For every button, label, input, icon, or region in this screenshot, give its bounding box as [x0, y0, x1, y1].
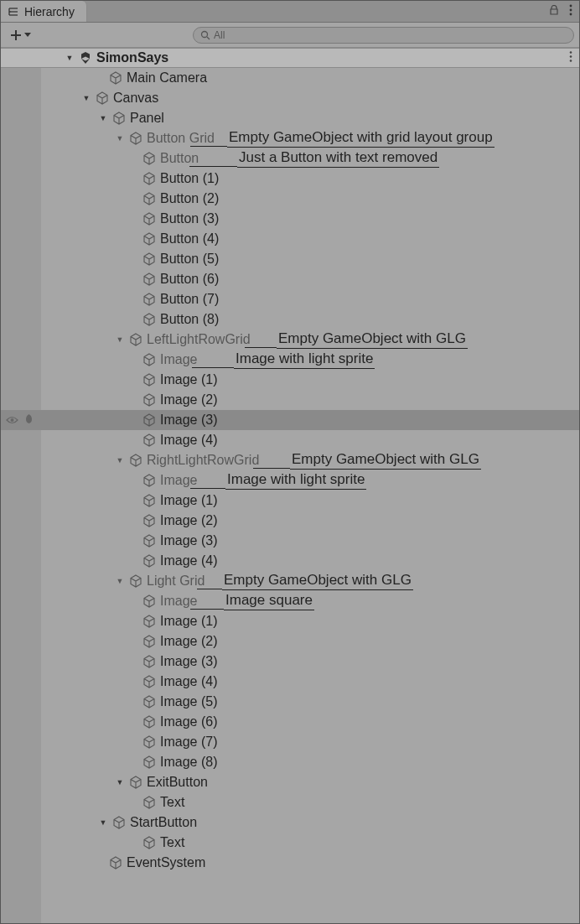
tree-row[interactable]: Image (4) — [1, 430, 579, 450]
gameobject-icon — [128, 574, 143, 588]
tree-item-label: Image (7) — [160, 735, 217, 750]
tree-row[interactable]: ▼Canvas — [1, 88, 579, 108]
tree-row[interactable]: Button (4) — [1, 229, 579, 249]
tree-row[interactable]: Image (6) — [1, 712, 579, 732]
foldout-icon[interactable]: ▼ — [98, 114, 108, 122]
gameobject-icon — [142, 232, 157, 246]
tree-row[interactable]: Image (1) — [1, 370, 579, 390]
tree-item-label: Image (4) — [160, 433, 217, 448]
tree-row[interactable]: Text — [1, 833, 579, 853]
gameobject-icon — [142, 413, 157, 427]
tree-row[interactable]: EventSystem — [1, 853, 579, 873]
tree-row[interactable]: Image (3) — [1, 531, 579, 551]
search-field[interactable] — [193, 27, 574, 44]
tree-row[interactable]: Image — [1, 470, 579, 491]
gameobject-icon — [142, 695, 157, 709]
tab-bar: Hierarchy — [1, 1, 579, 23]
gameobject-icon — [142, 474, 157, 487]
tree-row[interactable]: Image (1) — [1, 491, 579, 511]
tree-row[interactable]: ▼Panel — [1, 108, 579, 128]
foldout-icon[interactable]: ▼ — [81, 94, 91, 102]
tree-item-label: Button Grid — [147, 131, 215, 146]
gameobject-icon — [142, 433, 157, 447]
tree-row[interactable]: ▼StartButton — [1, 812, 579, 833]
tree-item-label: LeftLightRowGrid — [147, 332, 251, 347]
foldout-icon[interactable]: ▼ — [115, 778, 125, 786]
tree-row[interactable]: Button (8) — [1, 309, 579, 330]
tree-item-label: StartButton — [130, 815, 197, 830]
tree-item-label: Image (2) — [160, 634, 217, 649]
gameobject-icon — [95, 91, 110, 105]
foldout-icon[interactable]: ▼ — [98, 818, 108, 827]
tree-item-label: ExitButton — [147, 775, 208, 790]
tree-row[interactable]: Image (8) — [1, 752, 579, 772]
tree-item-label: Image (5) — [160, 694, 217, 709]
tree-item-label: Button (7) — [160, 292, 219, 307]
svg-point-6 — [570, 5, 572, 8]
tree-item-label: Image (3) — [160, 413, 217, 428]
tree-row[interactable]: Image (1) — [1, 611, 579, 631]
unity-icon — [78, 51, 93, 65]
tree-row[interactable]: Image (2) — [1, 390, 579, 410]
gameobject-icon — [142, 796, 157, 809]
tree-row[interactable]: Button — [1, 148, 579, 169]
create-button[interactable] — [6, 27, 34, 44]
search-input[interactable] — [214, 29, 567, 41]
tree-row[interactable]: Button (6) — [1, 269, 579, 289]
tree-item-label: Button (8) — [160, 312, 219, 327]
tree-row[interactable]: ▼Button Grid — [1, 128, 579, 148]
tree-row[interactable]: ▼SimonSays — [1, 48, 579, 68]
tree-row[interactable]: Image (4) — [1, 672, 579, 692]
tree-row[interactable]: Image (3) — [1, 651, 579, 672]
pick-icon[interactable] — [23, 413, 34, 427]
tree-item-label: Image (3) — [160, 533, 217, 548]
svg-point-14 — [11, 418, 14, 422]
tree-row[interactable]: ▼ExitButton — [1, 772, 579, 792]
foldout-icon[interactable]: ▼ — [65, 54, 75, 62]
hierarchy-tab[interactable]: Hierarchy — [1, 1, 87, 22]
foldout-icon[interactable]: ▼ — [115, 335, 125, 344]
foldout-icon[interactable]: ▼ — [115, 134, 125, 143]
tree-item-label: Image — [160, 594, 197, 609]
tree-row[interactable]: Image — [1, 591, 579, 611]
tree-row[interactable]: Image (2) — [1, 631, 579, 651]
gameobject-icon — [142, 273, 157, 286]
tree-row[interactable]: Main Camera — [1, 68, 579, 88]
tree-row[interactable]: ▼Light Grid — [1, 571, 579, 591]
tree-row[interactable]: Image (3) — [1, 410, 579, 430]
tree-item-label: Button — [160, 151, 199, 166]
tree-row[interactable]: Image (7) — [1, 732, 579, 752]
kebab-menu-icon[interactable] — [569, 4, 572, 18]
tree-row[interactable]: ▼LeftLightRowGrid — [1, 330, 579, 350]
tree-row[interactable]: Image (5) — [1, 692, 579, 712]
foldout-icon[interactable]: ▼ — [115, 456, 125, 465]
tree-row[interactable]: Text — [1, 792, 579, 812]
tree-row[interactable]: Image — [1, 350, 579, 370]
tree-row[interactable]: ▼RightLightRowGrid — [1, 450, 579, 470]
tree-item-label: Image (1) — [160, 493, 217, 508]
tab-title: Hierarchy — [24, 5, 75, 18]
eye-icon[interactable] — [6, 414, 18, 427]
kebab-menu-icon[interactable] — [569, 51, 572, 65]
tree-item-label: Main Camera — [127, 70, 207, 86]
svg-point-12 — [570, 55, 572, 58]
foldout-icon[interactable]: ▼ — [115, 577, 125, 585]
gameobject-icon — [142, 534, 157, 548]
gameobject-icon — [142, 313, 157, 326]
gameobject-icon — [142, 373, 157, 387]
lock-icon[interactable] — [549, 5, 559, 18]
tree-row[interactable]: Image (2) — [1, 511, 579, 531]
tree-row[interactable]: Button (1) — [1, 169, 579, 189]
tree-row[interactable]: Button (5) — [1, 249, 579, 269]
tree-item-label: Text — [160, 795, 184, 810]
tree-item-label: Image (8) — [160, 755, 217, 770]
tree-view[interactable]: ▼SimonSaysMain Camera▼Canvas▼Panel▼Butto… — [1, 48, 579, 923]
tree-item-label: Image (2) — [160, 513, 217, 528]
tree-row[interactable]: Button (2) — [1, 189, 579, 209]
tree-row[interactable]: Button (7) — [1, 289, 579, 309]
tree-item-label: Image — [160, 473, 197, 488]
tree-row[interactable]: Image (4) — [1, 551, 579, 571]
tree-item-label: Button (4) — [160, 231, 219, 247]
tree-row[interactable]: Button (3) — [1, 209, 579, 229]
gameobject-icon — [128, 454, 143, 467]
